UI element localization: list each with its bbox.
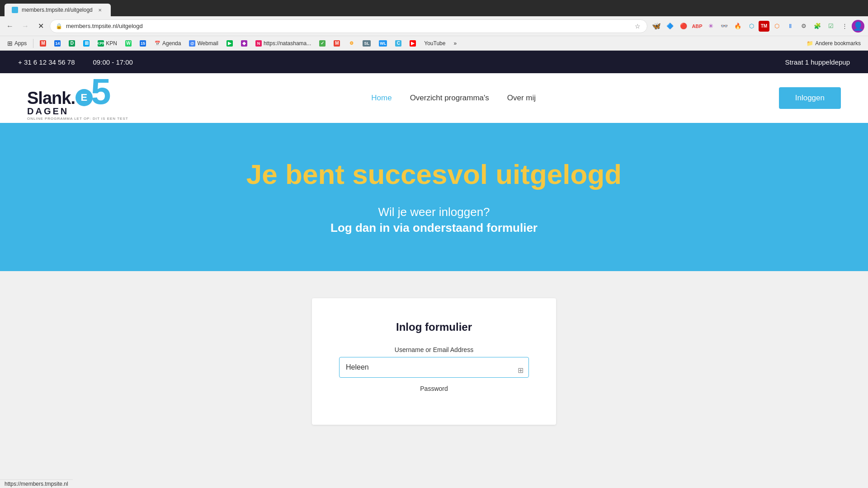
profile-avatar[interactable]: 👤 [852, 20, 864, 33]
nav-over-mij[interactable]: Over mij [507, 94, 536, 103]
bookmark-WL[interactable]: WL [375, 39, 391, 47]
orange-favicon: ⚙ [348, 40, 354, 47]
ext-icon-12[interactable]: ☑ [825, 20, 837, 33]
logo-circle-e: E [75, 89, 93, 108]
bookmark-KPN[interactable]: KPN KPN [94, 39, 121, 47]
KPN-label: KPN [106, 40, 117, 47]
ext-icon-5[interactable]: 👓 [718, 20, 731, 33]
logo-e-text: . [71, 89, 75, 108]
webmail-label: Webmail [197, 40, 218, 47]
address-bar[interactable]: 🔒 members.tmpsite.nl/uitgelogd ☆ [50, 19, 647, 33]
bookmark-windows[interactable]: ⊞ [80, 39, 93, 47]
active-tab[interactable]: members.tmpsite.nl/uitgelogd ✕ [5, 4, 111, 16]
username-input[interactable] [339, 357, 529, 378]
browser-toolbar: ← → ✕ 🔒 members.tmpsite.nl/uitgelogd ☆ 🦋… [0, 16, 868, 36]
bookmark-more[interactable]: » [450, 39, 460, 47]
back-button[interactable]: ← [4, 20, 16, 33]
business-hours: 09:00 - 17:00 [93, 58, 133, 66]
top-bar: + 31 6 12 34 56 78 09:00 - 17:00 Straat … [0, 51, 868, 73]
check-favicon: ✓ [319, 40, 326, 47]
url-text: members.tmpsite.nl/uitgelogd [66, 23, 630, 29]
browser-window: members.tmpsite.nl/uitgelogd ✕ ← → ✕ 🔒 m… [0, 0, 868, 452]
ext-icon-6[interactable]: 🔥 [731, 20, 744, 33]
bookmark-gmail2[interactable]: M [330, 39, 344, 47]
ext-icon-chrome-settings[interactable]: ⚙ [797, 20, 810, 33]
ext-icon-1[interactable]: 🦋 [650, 20, 663, 33]
bookmark-orange[interactable]: ⚙ [344, 39, 358, 47]
tab-title: members.tmpsite.nl/uitgelogd [22, 7, 93, 13]
apps-grid-icon: ⊞ [7, 40, 13, 47]
bookmark-gmail[interactable]: M [36, 39, 50, 47]
username-input-wrapper: ⊞ [339, 357, 529, 385]
login-button[interactable]: Inloggen [779, 87, 841, 109]
webmail-favicon: @ [189, 40, 195, 47]
ext-icon-4[interactable]: ✳ [704, 20, 717, 33]
address: Straat 1 huppeldepup [785, 58, 850, 66]
fav-15: 15 [140, 40, 146, 47]
logo-five: 5 [91, 75, 111, 108]
reload-button[interactable]: ✕ [34, 20, 47, 33]
hero-subtitle-2: Log dan in via onderstaand formulier [246, 221, 622, 235]
ext-icon-13[interactable]: ⋮ [838, 20, 851, 33]
form-title: Inlog formulier [339, 321, 529, 333]
bookmark-webmail[interactable]: @ Webmail [185, 39, 222, 47]
ext-icon-8[interactable]: TM [759, 21, 769, 32]
main-nav: Home Overzicht programma's Over mij [371, 94, 536, 103]
bookmark-whatsapp[interactable]: W [122, 39, 135, 47]
logo-subtitle: ONLINE PROGRAMMA LET OP: DIT IS EEN TEST [27, 117, 128, 121]
bookmark-youtube[interactable]: YouTube [420, 39, 449, 47]
bookmark-sheets[interactable]: D [65, 39, 79, 47]
bookmark-15[interactable]: 15 [136, 39, 150, 47]
ext-icon-11[interactable]: 🧩 [811, 20, 824, 33]
phone-number: + 31 6 12 34 56 78 [18, 58, 75, 66]
KPN-favicon: KPN [98, 40, 104, 47]
bookmark-youtube-icon[interactable]: ▶ [406, 39, 420, 47]
bookmark-star-button[interactable]: ☆ [634, 22, 642, 31]
WL-favicon: WL [379, 40, 387, 47]
ext-icon-10[interactable]: Ⅱ [784, 20, 797, 33]
windows-favicon: ⊞ [83, 40, 90, 47]
bookmark-agenda[interactable]: 📅 Agenda [151, 39, 184, 47]
bookmark-natashama[interactable]: N https://natashama... [252, 39, 315, 47]
hero-title: Je bent succesvol uitgelogd [246, 159, 622, 190]
login-form-card: Inlog formulier Username or Email Addres… [312, 298, 556, 425]
content-section: Inlog formulier Username or Email Addres… [0, 271, 868, 452]
bookmark-SL[interactable]: SL [359, 39, 374, 47]
logo-area[interactable]: Slank . E 5 DAGEN [27, 75, 128, 121]
bookmark-apps-label: Apps [14, 40, 27, 47]
bookmark-drive[interactable]: 14 [51, 39, 64, 47]
bookmark-other-bookmarks[interactable]: 📁 Andere bookmarks [803, 39, 864, 47]
tabs-bar: members.tmpsite.nl/uitgelogd ✕ [0, 0, 868, 16]
gmail2-favicon: M [334, 40, 340, 47]
ext-icon-9[interactable]: ⬡ [770, 20, 783, 33]
bookmark-green-play[interactable]: ▶ [223, 39, 236, 47]
top-bar-left: + 31 6 12 34 56 78 09:00 - 17:00 [18, 58, 133, 66]
ext-icon-adblock[interactable]: ABP [691, 20, 703, 33]
nav-home[interactable]: Home [371, 94, 392, 103]
logo-slank-text: Slank [27, 89, 71, 108]
tab-close-button[interactable]: ✕ [96, 6, 104, 14]
status-url: https://members.tmpsite.nl [5, 481, 68, 487]
more-label: » [453, 40, 457, 47]
address-bar-icons: ☆ [634, 22, 642, 31]
toolbar-extensions: 🦋 🔷 🔴 ABP ✳ 👓 🔥 ⬡ TM ⬡ Ⅱ ⚙ 🧩 ☑ ⋮ 👤 [650, 20, 864, 33]
username-icon: ⊞ [518, 366, 524, 375]
bookmark-apps[interactable]: ⊞ Apps [4, 39, 30, 48]
bookmark-chrome[interactable]: C [392, 39, 405, 47]
other-bookmarks-label: Andere bookmarks [815, 40, 861, 47]
bookmark-purple[interactable]: ◆ [237, 39, 251, 47]
website-content: + 31 6 12 34 56 78 09:00 - 17:00 Straat … [0, 51, 868, 452]
nav-programmas[interactable]: Overzicht programma's [410, 94, 489, 103]
gmail-favicon: M [40, 40, 46, 47]
status-bar: https://members.tmpsite.nl [0, 479, 73, 488]
bookmark-check[interactable]: ✓ [316, 39, 329, 47]
forward-button[interactable]: → [19, 20, 32, 33]
youtube-favicon: ▶ [410, 40, 416, 47]
folder-icon: 📁 [807, 40, 813, 47]
ext-icon-3[interactable]: 🔴 [677, 20, 690, 33]
username-label: Username or Email Address [339, 346, 529, 353]
sheets-favicon: D [69, 40, 75, 47]
ext-icon-7[interactable]: ⬡ [745, 20, 758, 33]
agenda-favicon: 📅 [154, 40, 160, 47]
ext-icon-2[interactable]: 🔷 [664, 20, 676, 33]
